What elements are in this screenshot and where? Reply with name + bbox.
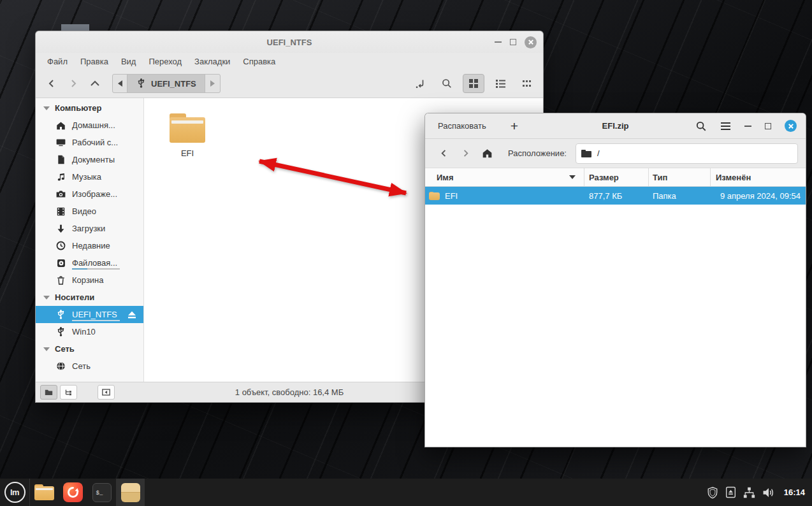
music-icon [55,171,66,182]
sidebar-item-filesystem[interactable]: Файловая... [36,254,143,271]
maximize-button[interactable] [765,123,771,129]
mint-menu-button[interactable]: lm [0,479,29,506]
toolbar: UEFI_NTFS [36,69,543,98]
up-button[interactable] [84,74,106,93]
treeview-toggle-button[interactable] [60,385,77,400]
sidebar-section-devices[interactable]: Носители [36,289,143,306]
headerbar[interactable]: Распаковать + EFI.zip [425,113,806,139]
item-label: Недавние [72,241,110,250]
desktop: { "colors": { "accent": "#35a1da", "sele… [0,0,812,506]
volume-tray-button[interactable] [762,487,775,498]
sidebar-item-video[interactable]: Видео [36,203,143,220]
home-button[interactable] [476,144,498,163]
mint-logo-icon: lm [4,482,25,503]
forward-button[interactable] [454,144,476,163]
item-label: Домашня... [72,120,115,130]
menu-bookmarks[interactable]: Закладки [188,55,236,68]
back-button[interactable] [433,144,454,163]
sidebar-item-pictures[interactable]: Изображе... [36,185,143,203]
archive-window-button[interactable] [116,479,145,506]
titlebar[interactable]: UEFI_NTFS [36,31,543,53]
folder-item-efi[interactable]: EFI [154,113,221,158]
column-header-name[interactable]: Имя [425,168,584,186]
download-icon [55,223,66,234]
column-header-modified[interactable]: Изменён [711,168,806,186]
item-label: UEFI_NTFS [72,310,117,319]
firewall-tray-button[interactable] [707,486,718,499]
minimize-button[interactable] [495,41,502,43]
places-icon [45,389,53,396]
menu-view[interactable]: Вид [115,55,143,68]
item-label: Файловая... [72,258,117,268]
sidebar-section-computer[interactable]: Компьютер [36,99,143,117]
sidebar-item-network[interactable]: Сеть [36,358,143,375]
globe-icon [55,361,66,372]
terminal-launcher[interactable]: $_ [87,479,116,506]
close-button[interactable] [785,120,797,132]
sidebar-item-uefi-ntfs[interactable]: UEFI_NTFS [36,306,143,323]
section-label: Сеть [55,344,75,354]
back-button[interactable] [41,74,62,93]
sidebar-item-trash[interactable]: Корзина [36,271,143,289]
search-button[interactable] [695,120,707,132]
hide-sidebar-button[interactable] [98,385,115,400]
location-path: / [597,148,600,158]
sidebar-item-downloads[interactable]: Загрузки [36,220,143,237]
add-files-button[interactable]: + [511,120,518,132]
archive-manager-window: Распаковать + EFI.zip Расположение: / Им… [424,113,806,447]
icon-view-button[interactable] [463,74,484,93]
location-input[interactable]: / [576,143,798,164]
taskbar: lm $_ 16:14 [0,479,812,506]
location-label: Расположение: [508,148,567,158]
sidebar-item-desktop[interactable]: Рабочий с... [36,134,143,151]
minimize-button[interactable] [744,126,751,127]
enter-location-icon [414,78,426,89]
sidebar-item-recent[interactable]: Недавние [36,237,143,254]
sidebar-item-documents[interactable]: Документы [36,151,143,168]
clock-icon [55,240,66,251]
firefox-launcher[interactable] [59,479,87,506]
folder-icon [581,150,591,157]
search-icon [695,120,707,132]
network-tray-button[interactable] [743,487,755,498]
shield-icon [707,486,718,499]
compact-view-icon [522,79,532,88]
breadcrumb-segment-uefi-ntfs[interactable]: UEFI_NTFS [127,75,205,92]
places-toggle-button[interactable] [40,385,57,400]
search-button[interactable] [436,74,458,93]
removable-drive-tray-button[interactable] [725,486,736,498]
breadcrumb-next-button[interactable] [205,75,220,92]
close-button[interactable] [525,36,537,48]
extract-button[interactable]: Распаковать [434,117,490,134]
list-view-button[interactable] [489,74,511,93]
files-launcher[interactable] [30,479,59,506]
triangle-left-icon [118,80,122,87]
maximize-button[interactable] [510,39,516,45]
menu-go[interactable]: Переход [142,55,188,68]
harddisk-icon [55,257,66,268]
sort-descending-icon [569,175,576,179]
table-row-efi[interactable]: EFI 877,7 КБ Папка 9 апреля 2024, 09:54 [425,187,806,205]
compact-view-button[interactable] [516,74,538,93]
column-label: Имя [437,173,454,182]
column-header-type[interactable]: Тип [649,168,711,186]
document-icon [55,154,66,165]
column-header-size[interactable]: Размер [584,168,649,186]
menu-help[interactable]: Справка [236,55,282,68]
menu-edit[interactable]: Правка [74,55,115,68]
item-label: Рабочий с... [72,138,118,147]
clock[interactable]: 16:14 [784,488,805,497]
cell-name: EFI [445,191,458,201]
menu-file[interactable]: Файл [41,55,74,68]
toggle-location-entry-button[interactable] [409,74,431,93]
sidebar-item-music[interactable]: Музыка [36,168,143,185]
breadcrumb-prev-button[interactable] [113,75,127,92]
tree-icon [64,389,73,396]
sidebar-section-network[interactable]: Сеть [36,340,143,358]
forward-button[interactable] [62,74,84,93]
menu-button[interactable] [720,122,731,131]
list-view-icon [495,78,506,89]
eject-button[interactable] [127,311,136,319]
sidebar-item-win10[interactable]: Win10 [36,323,143,340]
sidebar-item-home[interactable]: Домашня... [36,117,143,134]
